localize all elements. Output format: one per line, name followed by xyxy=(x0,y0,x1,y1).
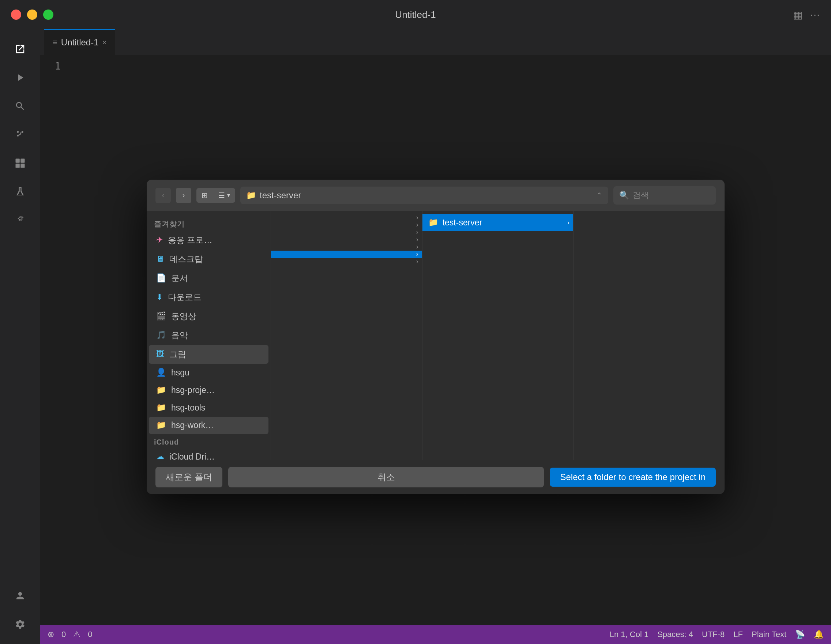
location-chevron-icon: ⌃ xyxy=(596,191,602,200)
documents-icon: 📄 xyxy=(156,273,166,283)
activity-account[interactable] xyxy=(9,585,31,607)
sidebar-item-hsg-tools-label: hsg-tools xyxy=(171,403,205,413)
downloads-icon: ⬇ xyxy=(156,292,163,302)
svg-rect-2 xyxy=(16,164,20,167)
file-item-2[interactable]: › xyxy=(271,222,422,229)
music-icon: 🎵 xyxy=(156,330,166,340)
file-item-1[interactable]: › xyxy=(271,214,422,222)
file-item-test-server-label: test-server xyxy=(443,218,482,228)
svg-rect-3 xyxy=(21,164,24,167)
main-layout: ≡ Untitled-1 × 1 ‹ › ⊞ xyxy=(0,29,831,644)
activity-search[interactable] xyxy=(9,95,31,117)
search-placeholder: 검색 xyxy=(633,190,649,201)
icloud-icon: ☁ xyxy=(156,452,164,460)
list-icon: ☰ xyxy=(218,191,225,200)
file-item-3[interactable]: › xyxy=(271,229,422,236)
sidebar-item-documents-label: 문서 xyxy=(171,273,188,284)
more-icon[interactable]: ⋯ xyxy=(810,9,820,21)
sidebar-item-icloud-label: iCloud Dri… xyxy=(169,452,215,460)
hsgu-icon: 👤 xyxy=(156,368,166,377)
editor-area: ≡ Untitled-1 × 1 ‹ › ⊞ xyxy=(40,29,831,644)
dialog-body: 즐겨찾기 ✈ 응용 프로… 🖥 데스크탑 📄 문서 xyxy=(146,211,724,460)
chevron-icon: › xyxy=(416,250,419,258)
minimize-button[interactable] xyxy=(27,10,37,20)
titlebar-actions: ▦ ⋯ xyxy=(793,9,820,21)
activity-run[interactable] xyxy=(9,67,31,89)
chevron-icon: › xyxy=(416,214,419,222)
chevron-icon: › xyxy=(416,221,419,229)
chevron-icon: › xyxy=(416,228,419,236)
dialog-overlay: ‹ › ⊞ ☰ ▾ 📁 test-server xyxy=(40,29,831,644)
grid-icon: ⊞ xyxy=(202,191,208,200)
chevron-icon: › xyxy=(416,236,419,243)
dialog-sidebar: 즐겨찾기 ✈ 응용 프로… 🖥 데스크탑 📄 문서 xyxy=(146,211,271,460)
dialog-toolbar: ‹ › ⊞ ☰ ▾ 📁 test-server xyxy=(146,180,724,211)
hsg-proje-icon: 📁 xyxy=(156,385,166,395)
activity-source-control[interactable] xyxy=(9,124,31,146)
location-text: test-server xyxy=(259,190,301,201)
file-item-5[interactable]: › xyxy=(271,243,422,251)
activity-flask[interactable] xyxy=(9,181,31,203)
file-item-7[interactable]: › xyxy=(271,258,422,265)
file-item-4[interactable]: › xyxy=(271,236,422,243)
chevron-icon: › xyxy=(567,219,570,226)
sidebar-item-hsg-proje-label: hsg-proje… xyxy=(171,385,215,395)
sidebar-item-downloads[interactable]: ⬇ 다운로드 xyxy=(149,288,269,307)
pictures-icon: 🖼 xyxy=(156,349,164,359)
file-item-test-server[interactable]: 📁 test-server › xyxy=(422,214,573,231)
activity-bar-bottom xyxy=(9,583,31,637)
titlebar: Untitled-1 ▦ ⋯ xyxy=(0,0,831,29)
apps-icon: ✈ xyxy=(156,235,163,245)
sidebar-item-documents[interactable]: 📄 문서 xyxy=(149,269,269,288)
activity-docker[interactable] xyxy=(9,209,31,231)
cancel-button[interactable]: 취소 xyxy=(228,467,544,488)
svg-rect-0 xyxy=(16,159,20,163)
maximize-button[interactable] xyxy=(43,10,53,20)
sidebar-item-hsg-work-label: hsg-work… xyxy=(171,421,213,430)
sidebar-item-pictures-label: 그림 xyxy=(169,349,186,360)
list-view-button[interactable]: ☰ ▾ xyxy=(213,188,235,203)
sidebar-item-hsg-work[interactable]: 📁 hsg-work… xyxy=(149,417,269,434)
close-button[interactable] xyxy=(11,10,21,20)
activity-extensions[interactable] xyxy=(9,152,31,174)
sidebar-item-pictures[interactable]: 🖼 그림 xyxy=(149,345,269,364)
file-item-6[interactable]: › xyxy=(271,251,422,258)
desktop-icon: 🖥 xyxy=(156,254,164,264)
activity-explorer[interactable] xyxy=(9,38,31,60)
sidebar-item-hsgu-label: hsgu xyxy=(171,368,189,378)
location-folder-icon: 📁 xyxy=(246,191,256,200)
favorites-label: 즐겨찾기 xyxy=(146,215,271,231)
search-bar[interactable]: 🔍 검색 xyxy=(613,186,716,204)
sidebar-item-music[interactable]: 🎵 음악 xyxy=(149,326,269,345)
chevron-icon: › xyxy=(416,243,419,251)
sidebar-item-hsg-tools[interactable]: 📁 hsg-tools xyxy=(149,399,269,416)
select-folder-button[interactable]: Select a folder to create the project in xyxy=(550,468,716,487)
sidebar-item-desktop-label: 데스크탑 xyxy=(169,253,203,265)
sidebar-item-movies[interactable]: 🎬 동영상 xyxy=(149,307,269,326)
new-folder-button[interactable]: 새로운 폴더 xyxy=(156,467,222,488)
dialog-filelist: › › › › › xyxy=(271,211,724,460)
sidebar-item-apps-label: 응용 프로… xyxy=(168,234,212,246)
sidebar-item-hsgu[interactable]: 👤 hsgu xyxy=(149,364,269,381)
sidebar-item-icloud[interactable]: ☁ iCloud Dri… xyxy=(149,448,269,460)
view-toggle: ⊞ ☰ ▾ xyxy=(196,188,235,203)
sidebar-item-downloads-label: 다운로드 xyxy=(168,292,202,303)
sidebar-item-movies-label: 동영상 xyxy=(171,311,196,322)
forward-button[interactable]: › xyxy=(176,188,191,203)
activity-settings[interactable] xyxy=(9,613,31,635)
window-controls xyxy=(11,10,53,20)
sidebar-item-hsg-proje[interactable]: 📁 hsg-proje… xyxy=(149,382,269,399)
back-button[interactable]: ‹ xyxy=(156,188,171,203)
sidebar-item-apps[interactable]: ✈ 응용 프로… xyxy=(149,231,269,250)
search-icon: 🔍 xyxy=(619,191,629,200)
layout-icon[interactable]: ▦ xyxy=(793,9,802,21)
movies-icon: 🎬 xyxy=(156,311,166,321)
dialog-footer: 새로운 폴더 취소 Select a folder to create the … xyxy=(146,460,724,494)
file-column-3 xyxy=(573,211,724,460)
grid-view-button[interactable]: ⊞ xyxy=(196,188,213,203)
location-bar[interactable]: 📁 test-server ⌃ xyxy=(240,187,608,204)
folder-icon: 📁 xyxy=(428,218,438,227)
svg-rect-1 xyxy=(21,159,24,163)
window-title: Untitled-1 xyxy=(395,9,436,21)
sidebar-item-desktop[interactable]: 🖥 데스크탑 xyxy=(149,250,269,269)
